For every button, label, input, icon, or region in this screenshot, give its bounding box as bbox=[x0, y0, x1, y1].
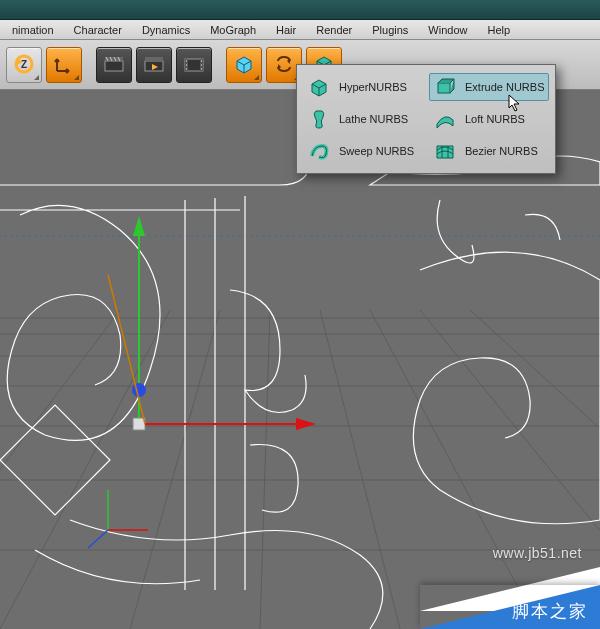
svg-line-16 bbox=[0, 310, 170, 629]
svg-point-10 bbox=[186, 64, 187, 65]
svg-text:Z: Z bbox=[21, 59, 27, 70]
sweepnurbs-icon bbox=[307, 139, 331, 163]
lathenurbs-label: Lathe NURBS bbox=[339, 113, 408, 125]
menu-hair[interactable]: Hair bbox=[266, 22, 306, 38]
clapper-play-icon bbox=[143, 53, 165, 77]
dropdown-item-lathenurbs[interactable]: Lathe NURBS bbox=[303, 105, 423, 133]
dropdown-item-hypernurbs[interactable]: HyperNURBS bbox=[303, 73, 423, 101]
hypernurbs-icon bbox=[307, 75, 331, 99]
svg-rect-2 bbox=[105, 61, 123, 71]
beziernurbs-label: Bezier NURBS bbox=[465, 145, 538, 157]
clapper2-button[interactable] bbox=[136, 47, 172, 83]
loftnurbs-icon bbox=[433, 107, 457, 131]
svg-rect-5 bbox=[145, 57, 163, 61]
sweepnurbs-label: Sweep NURBS bbox=[339, 145, 414, 157]
menu-window[interactable]: Window bbox=[418, 22, 477, 38]
clapper1-button[interactable] bbox=[96, 47, 132, 83]
dropdown-item-loftnurbs[interactable]: Loft NURBS bbox=[429, 105, 549, 133]
dropdown-item-extrudenurbs[interactable]: Extrude NURBS bbox=[429, 73, 549, 101]
menubar: nimation Character Dynamics MoGraph Hair… bbox=[0, 20, 600, 40]
cube-icon bbox=[232, 52, 256, 78]
svg-line-18 bbox=[260, 310, 270, 629]
axis-move-button[interactable] bbox=[46, 47, 82, 83]
nurbs-dropdown: HyperNURBS Extrude NURBS Lathe NURBS Lof… bbox=[296, 64, 556, 174]
loftnurbs-label: Loft NURBS bbox=[465, 113, 525, 125]
menu-animation[interactable]: nimation bbox=[2, 22, 64, 38]
svg-marker-33 bbox=[133, 216, 145, 236]
svg-point-13 bbox=[201, 64, 202, 65]
svg-point-14 bbox=[201, 68, 202, 69]
hypernurbs-label: HyperNURBS bbox=[339, 81, 407, 93]
undo-icon: Z bbox=[13, 53, 35, 77]
svg-line-19 bbox=[320, 310, 400, 629]
menu-render[interactable]: Render bbox=[306, 22, 362, 38]
menu-help[interactable]: Help bbox=[477, 22, 520, 38]
svg-point-11 bbox=[186, 68, 187, 69]
beziernurbs-icon bbox=[433, 139, 457, 163]
clapper-icon bbox=[103, 53, 125, 77]
swap-icon bbox=[273, 53, 295, 77]
svg-marker-35 bbox=[296, 418, 316, 430]
extrudenurbs-icon bbox=[433, 75, 457, 99]
svg-rect-41 bbox=[438, 83, 450, 93]
axis-arrow-icon bbox=[53, 53, 75, 77]
menu-plugins[interactable]: Plugins bbox=[362, 22, 418, 38]
svg-line-20 bbox=[370, 310, 540, 629]
svg-point-9 bbox=[186, 60, 187, 61]
extrudenurbs-label: Extrude NURBS bbox=[465, 81, 544, 93]
svg-line-17 bbox=[130, 310, 220, 629]
window-titlebar bbox=[0, 0, 600, 20]
svg-line-39 bbox=[88, 530, 108, 548]
svg-point-36 bbox=[132, 383, 146, 397]
svg-point-12 bbox=[201, 60, 202, 61]
menu-mograph[interactable]: MoGraph bbox=[200, 22, 266, 38]
undo-button[interactable]: Z bbox=[6, 47, 42, 83]
menu-dynamics[interactable]: Dynamics bbox=[132, 22, 200, 38]
clapper-film-icon bbox=[183, 53, 205, 77]
dropdown-item-beziernurbs[interactable]: Bezier NURBS bbox=[429, 137, 549, 165]
dropdown-item-sweepnurbs[interactable]: Sweep NURBS bbox=[303, 137, 423, 165]
svg-line-15 bbox=[0, 310, 120, 629]
cube-button[interactable] bbox=[226, 47, 262, 83]
menu-character[interactable]: Character bbox=[64, 22, 132, 38]
clapper3-button[interactable] bbox=[176, 47, 212, 83]
svg-line-21 bbox=[420, 310, 600, 629]
lathenurbs-icon bbox=[307, 107, 331, 131]
